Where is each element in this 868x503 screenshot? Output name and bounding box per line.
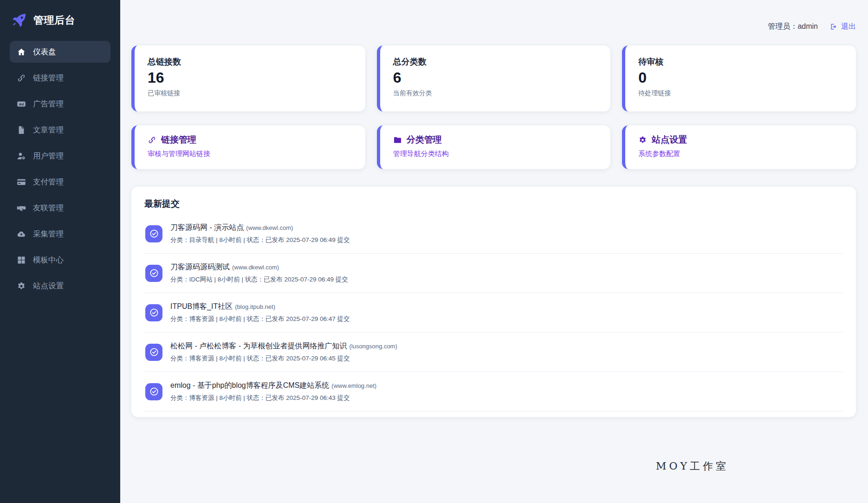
sidebar-item-grid[interactable]: 模板中心 bbox=[10, 249, 110, 271]
sidebar-item-home[interactable]: 仪表盘 bbox=[10, 41, 110, 63]
sidebar-item-label: 支付管理 bbox=[33, 177, 64, 187]
rocket-icon bbox=[11, 12, 27, 29]
check-circle-icon bbox=[149, 229, 159, 239]
submission-title-line: 刀客源码网 - 演示站点(www.dkewl.com) bbox=[170, 223, 350, 233]
action-card-subtitle: 系统参数配置 bbox=[638, 150, 843, 158]
sidebar-item-label: 链接管理 bbox=[33, 73, 64, 83]
gear-icon bbox=[17, 281, 26, 291]
submission-meta: 分类：博客资源 | 8小时前 | 状态：已发布 2025-07-29 06:47… bbox=[170, 315, 350, 323]
topbar: 管理员：admin 退出 bbox=[131, 22, 856, 32]
folder-icon bbox=[393, 136, 402, 144]
submission-meta: 分类：博客资源 | 8小时前 | 状态：已发布 2025-07-29 06:45… bbox=[170, 354, 397, 363]
submission-row: emlog - 基于php的blog博客程序及CMS建站系统(www.emlog… bbox=[144, 372, 843, 412]
logout-link[interactable]: 退出 bbox=[830, 22, 856, 32]
stat-value: 0 bbox=[638, 70, 843, 86]
action-card-subtitle: 审核与管理网站链接 bbox=[148, 150, 352, 158]
submission-row: 刀客源码源码测试(www.dkewl.com)分类：IDC网站 | 8小时前 |… bbox=[144, 254, 843, 293]
logout-label: 退出 bbox=[841, 22, 856, 32]
stat-caption: 已审核链接 bbox=[148, 89, 352, 98]
action-card-link[interactable]: 链接管理审核与管理网站链接 bbox=[131, 125, 365, 169]
gear-icon bbox=[638, 136, 647, 144]
file-icon bbox=[17, 125, 26, 135]
ad-icon: Ad bbox=[17, 99, 26, 109]
user-icon bbox=[17, 151, 26, 161]
action-card-title-text: 分类管理 bbox=[407, 134, 442, 146]
submission-title-line: 松松网 - 卢松松博客 - 为草根创业者提供网络推广知识(lusongsong.… bbox=[170, 341, 397, 351]
admin-label: 管理员： bbox=[768, 22, 797, 30]
check-circle-icon bbox=[149, 386, 159, 397]
latest-submissions-card: 最新提交 刀客源码网 - 演示站点(www.dkewl.com)分类：目录导航 … bbox=[131, 187, 856, 417]
link-icon bbox=[17, 73, 26, 83]
footer-brand: MOY工作室 bbox=[656, 459, 729, 473]
latest-submissions-title: 最新提交 bbox=[144, 198, 843, 210]
handshake-icon bbox=[17, 203, 26, 213]
action-card-gear[interactable]: 站点设置系统参数配置 bbox=[622, 125, 856, 169]
action-card-title: 站点设置 bbox=[638, 134, 843, 146]
stat-card: 总分类数6当前有效分类 bbox=[377, 46, 611, 111]
submission-url: (lusongsong.com) bbox=[349, 343, 397, 350]
svg-text:Ad: Ad bbox=[19, 102, 24, 106]
action-card-subtitle: 管理导航分类结构 bbox=[393, 150, 598, 158]
submission-url: (www.dkewl.com) bbox=[232, 264, 279, 271]
sidebar-item-label: 站点设置 bbox=[33, 281, 64, 291]
sidebar-item-user[interactable]: 用户管理 bbox=[10, 145, 110, 167]
logout-icon bbox=[830, 23, 838, 31]
app-logo: 管理后台 bbox=[10, 11, 110, 41]
sidebar-item-gear[interactable]: 站点设置 bbox=[10, 275, 110, 297]
check-circle-icon bbox=[149, 307, 159, 318]
submission-text: 刀客源码网 - 演示站点(www.dkewl.com)分类：目录导航 | 8小时… bbox=[170, 223, 350, 244]
app-title: 管理后台 bbox=[33, 13, 75, 27]
submission-text: ITPUB博客_IT社区(blog.itpub.net)分类：博客资源 | 8小… bbox=[170, 302, 350, 323]
submission-row: 松松网 - 卢松松博客 - 为草根创业者提供网络推广知识(lusongsong.… bbox=[144, 333, 843, 372]
submission-status-badge bbox=[145, 304, 162, 321]
stats-row: 总链接数16已审核链接总分类数6当前有效分类待审核0待处理链接 bbox=[131, 46, 856, 111]
submission-name: 刀客源码网 - 演示站点 bbox=[170, 223, 244, 231]
stat-card: 总链接数16已审核链接 bbox=[131, 46, 365, 111]
link-icon bbox=[148, 136, 156, 144]
submission-status-badge bbox=[145, 225, 162, 242]
submissions-list: 刀客源码网 - 演示站点(www.dkewl.com)分类：目录导航 | 8小时… bbox=[144, 214, 843, 412]
submission-status-badge bbox=[145, 344, 162, 361]
stat-value: 16 bbox=[148, 70, 352, 86]
submission-title-line: ITPUB博客_IT社区(blog.itpub.net) bbox=[170, 302, 350, 312]
sidebar-item-label: 文章管理 bbox=[33, 125, 64, 135]
sidebar-item-handshake[interactable]: 友联管理 bbox=[10, 197, 110, 219]
submission-meta: 分类：博客资源 | 8小时前 | 状态：已发布 2025-07-29 06:43… bbox=[170, 394, 376, 402]
submission-name: 刀客源码源码测试 bbox=[170, 263, 230, 271]
card-icon bbox=[17, 177, 26, 187]
sidebar-item-ad[interactable]: Ad广告管理 bbox=[10, 93, 110, 115]
submission-url: (www.dkewl.com) bbox=[246, 224, 293, 231]
stat-title: 待审核 bbox=[638, 56, 843, 67]
action-card-folder[interactable]: 分类管理管理导航分类结构 bbox=[377, 125, 611, 169]
action-card-title: 分类管理 bbox=[393, 134, 598, 146]
stat-card: 待审核0待处理链接 bbox=[622, 46, 856, 111]
sidebar-item-label: 仪表盘 bbox=[33, 47, 56, 57]
submission-name: 松松网 - 卢松松博客 - 为草根创业者提供网络推广知识 bbox=[170, 342, 347, 350]
action-card-title: 链接管理 bbox=[148, 134, 352, 146]
submission-text: 松松网 - 卢松松博客 - 为草根创业者提供网络推广知识(lusongsong.… bbox=[170, 341, 397, 363]
submission-meta: 分类：目录导航 | 8小时前 | 状态：已发布 2025-07-29 06:49… bbox=[170, 236, 350, 244]
sidebar-item-label: 用户管理 bbox=[33, 151, 64, 161]
submission-status-badge bbox=[145, 265, 162, 282]
submission-row: 刀客源码网 - 演示站点(www.dkewl.com)分类：目录导航 | 8小时… bbox=[144, 214, 843, 254]
sidebar-item-label: 采集管理 bbox=[33, 229, 64, 239]
submission-text: 刀客源码源码测试(www.dkewl.com)分类：IDC网站 | 8小时前 |… bbox=[170, 262, 348, 284]
submission-name: ITPUB博客_IT社区 bbox=[170, 302, 233, 310]
sidebar-item-label: 模板中心 bbox=[33, 255, 64, 265]
admin-user-label: 管理员：admin bbox=[768, 22, 818, 32]
home-icon bbox=[17, 47, 26, 57]
sidebar-item-file[interactable]: 文章管理 bbox=[10, 119, 110, 141]
grid-icon bbox=[17, 255, 26, 265]
admin-name: admin bbox=[797, 22, 818, 30]
sidebar-item-cloud[interactable]: 采集管理 bbox=[10, 223, 110, 245]
check-circle-icon bbox=[149, 347, 159, 357]
sidebar-item-card[interactable]: 支付管理 bbox=[10, 171, 110, 193]
stat-title: 总链接数 bbox=[148, 56, 352, 67]
stat-caption: 当前有效分类 bbox=[393, 89, 598, 98]
sidebar-item-link[interactable]: 链接管理 bbox=[10, 67, 110, 89]
submission-title-line: 刀客源码源码测试(www.dkewl.com) bbox=[170, 262, 348, 272]
sidebar-nav: 仪表盘链接管理Ad广告管理文章管理用户管理支付管理友联管理采集管理模板中心站点设… bbox=[10, 41, 110, 297]
submission-row: ITPUB博客_IT社区(blog.itpub.net)分类：博客资源 | 8小… bbox=[144, 293, 843, 333]
submission-text: emlog - 基于php的blog博客程序及CMS建站系统(www.emlog… bbox=[170, 381, 376, 402]
submission-url: (www.emlog.net) bbox=[331, 382, 376, 389]
